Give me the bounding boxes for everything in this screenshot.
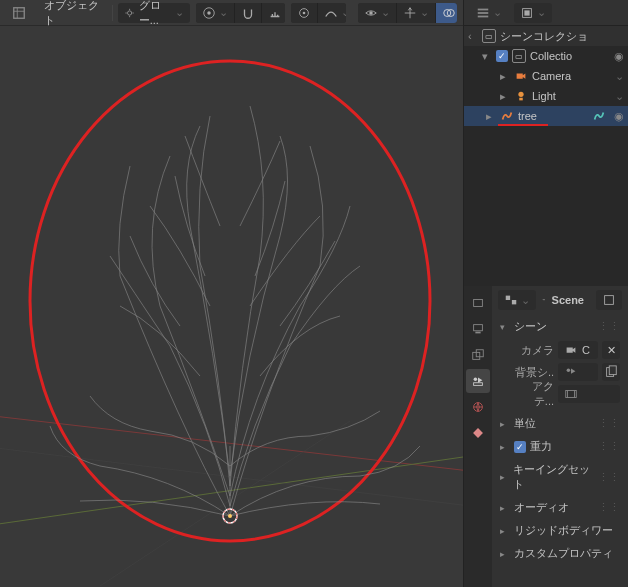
tab-scene[interactable] bbox=[466, 369, 490, 393]
panel-header-custom[interactable]: ▸カスタムプロパティ bbox=[498, 543, 622, 564]
outliner-item-light[interactable]: ▸ Light ⌄ bbox=[464, 86, 628, 106]
svg-rect-35 bbox=[605, 296, 614, 305]
camera-field[interactable]: C bbox=[558, 341, 598, 359]
outliner-scene-collection[interactable]: ‹ ▭ シーンコレクショ bbox=[464, 26, 628, 46]
new-button[interactable] bbox=[602, 363, 620, 381]
curve-data-icon bbox=[592, 109, 606, 123]
eye-icon[interactable]: ⌄ bbox=[615, 70, 624, 83]
disclosure-triangle-icon[interactable]: ▾ bbox=[482, 50, 492, 63]
svg-rect-32 bbox=[506, 296, 510, 300]
mode-label: オブジェクト bbox=[44, 0, 100, 28]
scene-name: Scene bbox=[552, 294, 584, 306]
tab-output[interactable] bbox=[466, 317, 490, 341]
svg-point-22 bbox=[518, 92, 523, 97]
svg-point-28 bbox=[474, 378, 478, 382]
panel-title: カスタムプロパティ bbox=[514, 546, 613, 561]
panel-title: 単位 bbox=[514, 416, 536, 431]
item-label: Camera bbox=[532, 70, 571, 82]
panel-header-units[interactable]: ▸単位⋮⋮ bbox=[498, 413, 622, 434]
gizmo-dropdown[interactable]: ⌄ bbox=[397, 3, 436, 23]
panel-title: オーディオ bbox=[514, 500, 569, 515]
svg-point-34 bbox=[543, 299, 544, 300]
orientation-label: グロー... bbox=[139, 0, 173, 28]
light-icon bbox=[514, 89, 528, 103]
outliner-header: ⌄ ⌄ bbox=[464, 0, 628, 26]
curve-icon bbox=[500, 109, 514, 123]
outliner-item-tree[interactable]: ▸ tree ◉ bbox=[464, 106, 628, 126]
svg-point-6 bbox=[370, 11, 374, 15]
svg-point-2 bbox=[208, 11, 212, 15]
scene-collection-label: シーンコレクショ bbox=[500, 29, 588, 44]
disclosure-triangle-icon[interactable]: ▸ bbox=[486, 110, 496, 123]
svg-rect-33 bbox=[512, 300, 516, 304]
prop-label: アクテ... bbox=[512, 379, 554, 409]
eye-icon[interactable]: ◉ bbox=[614, 50, 624, 63]
properties-header: ⌄ Scene bbox=[498, 290, 622, 310]
svg-rect-17 bbox=[478, 8, 489, 10]
collection-icon: ▭ bbox=[512, 49, 526, 63]
orientation-dropdown[interactable]: グロー... ⌄ bbox=[118, 3, 190, 23]
item-label: Light bbox=[532, 90, 556, 102]
eye-icon[interactable]: ⌄ bbox=[615, 90, 624, 103]
proportional-toggle[interactable] bbox=[291, 3, 318, 23]
svg-rect-19 bbox=[478, 15, 489, 17]
svg-rect-18 bbox=[478, 12, 489, 14]
mode-dropdown[interactable]: オブジェクト bbox=[38, 3, 106, 23]
svg-rect-0 bbox=[14, 7, 25, 18]
properties-options[interactable] bbox=[596, 290, 622, 310]
snap-dropdown[interactable]: ⌄ bbox=[262, 3, 284, 23]
panel-scene: ▾ シーン ⋮⋮ カメラ C ✕ 背景シ.. bbox=[498, 316, 622, 411]
properties-body: ⌄ Scene ▾ シーン ⋮⋮ カメラ C bbox=[492, 286, 628, 587]
panel-header-rigid[interactable]: ▸リジッドボディワー bbox=[498, 520, 622, 541]
collection-icon: ▭ bbox=[482, 29, 496, 43]
pivot-dropdown[interactable]: ⌄ bbox=[196, 3, 235, 23]
outliner-collection[interactable]: ▾ ✓ ▭ Collectio ◉ bbox=[464, 46, 628, 66]
item-label: tree bbox=[518, 110, 537, 122]
clip-icon bbox=[564, 387, 578, 401]
svg-point-1 bbox=[128, 10, 132, 14]
overlays-dropdown[interactable]: ⌄ bbox=[436, 3, 457, 23]
panel-header-scene[interactable]: ▾ シーン ⋮⋮ bbox=[498, 316, 622, 337]
disclosure-triangle-icon[interactable]: ▸ bbox=[500, 70, 510, 83]
camera-icon bbox=[514, 69, 528, 83]
tab-render[interactable] bbox=[466, 291, 490, 315]
outliner-display-mode[interactable]: ⌄ bbox=[514, 3, 552, 23]
gravity-checkbox[interactable]: ✓ bbox=[514, 441, 526, 453]
svg-rect-29 bbox=[474, 383, 483, 386]
snap-toggle[interactable] bbox=[235, 3, 262, 23]
bgscene-field[interactable] bbox=[558, 363, 598, 381]
panel-header-keying[interactable]: ▸キーイングセット⋮⋮ bbox=[498, 459, 622, 495]
properties-tabs bbox=[464, 286, 492, 587]
editor-type-dropdown[interactable] bbox=[6, 3, 32, 23]
eye-icon[interactable]: ◉ bbox=[614, 110, 624, 123]
disclosure-triangle-icon[interactable]: ▸ bbox=[500, 90, 510, 103]
svg-rect-24 bbox=[474, 325, 483, 331]
panel-title: シーン bbox=[514, 319, 547, 334]
scene-icon bbox=[542, 293, 546, 307]
camera-value: C bbox=[582, 344, 590, 356]
collection-checkbox[interactable]: ✓ bbox=[496, 50, 508, 62]
svg-point-36 bbox=[567, 369, 571, 373]
viewport-3d[interactable] bbox=[0, 26, 463, 587]
panel-title: キーイングセット bbox=[513, 462, 590, 492]
annotation-underline bbox=[498, 124, 548, 126]
proportional-dropdown[interactable]: ⌄ bbox=[318, 3, 347, 23]
outliner: ‹ ▭ シーンコレクショ ▾ ✓ ▭ Collectio ◉ ▸ Camera … bbox=[464, 26, 628, 286]
properties-pin[interactable]: ⌄ bbox=[498, 290, 536, 310]
tab-world[interactable] bbox=[466, 395, 490, 419]
svg-point-16 bbox=[228, 514, 232, 518]
tab-object[interactable] bbox=[466, 421, 490, 445]
camera-icon bbox=[564, 343, 578, 357]
panel-header-gravity[interactable]: ▸✓重力⋮⋮ bbox=[498, 436, 622, 457]
tree-object[interactable] bbox=[0, 26, 463, 587]
outliner-editor-type[interactable]: ⌄ bbox=[470, 3, 508, 23]
panel-header-audio[interactable]: ▸オーディオ⋮⋮ bbox=[498, 497, 622, 518]
visibility-dropdown[interactable]: ⌄ bbox=[358, 3, 397, 23]
clear-button[interactable]: ✕ bbox=[602, 341, 620, 359]
viewport-header: オブジェクト グロー... ⌄ ⌄ ⌄ ⌄ bbox=[0, 0, 463, 26]
activeclip-field[interactable] bbox=[558, 385, 620, 403]
svg-rect-25 bbox=[475, 332, 480, 334]
scene-icon bbox=[564, 365, 578, 379]
outliner-item-camera[interactable]: ▸ Camera ⌄ bbox=[464, 66, 628, 86]
tab-viewlayer[interactable] bbox=[466, 343, 490, 367]
